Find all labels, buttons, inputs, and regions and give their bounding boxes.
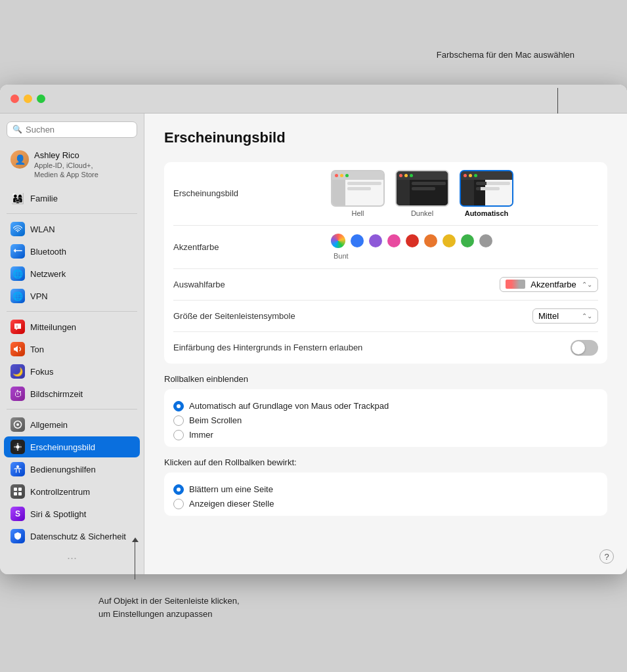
close-button[interactable]	[11, 94, 19, 103]
appearance-name-dunkel: Dunkel	[411, 209, 433, 217]
search-input[interactable]	[26, 125, 136, 135]
siri-icon: S	[11, 507, 25, 521]
radio-anzeigen[interactable]: Anzeigen dieser Stelle	[173, 499, 598, 509]
annotation-arrow-bottom	[135, 540, 135, 579]
svg-point-2	[16, 423, 19, 426]
annotation-top: Farbschema für den Mac auswählen	[437, 49, 574, 62]
fokus-icon: 🌙	[11, 364, 25, 379]
radio-circle-immer	[173, 430, 184, 440]
swatch-orange[interactable]	[424, 234, 437, 247]
sidebar-item-mitteilungen[interactable]: ! Mitteilungen	[4, 316, 140, 337]
help-button[interactable]: ?	[599, 549, 614, 564]
appearance-name-automatisch: Automatisch	[465, 209, 509, 217]
auswahlfarbe-label: Auswahlfarbe	[173, 280, 331, 289]
svg-rect-9	[18, 492, 22, 495]
sidebar-item-datenschutz[interactable]: Datenschutz & Sicherheit	[4, 526, 140, 547]
minimize-button[interactable]	[24, 94, 32, 103]
sidebar-item-label-allgemein: Allgemein	[30, 420, 68, 430]
datenschutz-icon	[11, 529, 25, 543]
appearance-control: Hell	[331, 170, 598, 217]
page-title: Erscheinungsbild	[164, 129, 607, 146]
sidebar-item-netzwerk[interactable]: 🌐 Netzwerk	[4, 263, 140, 284]
erscheinungsbild-icon	[11, 440, 25, 454]
sidebar-item-familie[interactable]: 👨‍👩‍👧 Familie	[4, 188, 140, 209]
sidebar-item-bluetooth[interactable]: ⭠ Bluetooth	[4, 241, 140, 262]
sidebar-item-vpn[interactable]: 🌐 VPN	[4, 285, 140, 306]
swatch-grau[interactable]	[479, 234, 492, 247]
wlan-icon	[11, 222, 25, 236]
radio-scrollen[interactable]: Beim Scrollen	[173, 415, 598, 426]
hintergrund-toggle[interactable]	[571, 340, 598, 356]
sidebar-item-wlan[interactable]: WLAN	[4, 219, 140, 240]
appearance-option-dunkel[interactable]: Dunkel	[395, 170, 449, 217]
allgemein-icon	[11, 417, 25, 432]
appearance-option-hell[interactable]: Hell	[331, 170, 385, 217]
swatch-bunt-label: Bunt	[334, 252, 349, 260]
search-bar[interactable]: 🔍	[7, 121, 137, 138]
avatar: 👤	[11, 150, 29, 169]
sidebar-item-label-fokus: Fokus	[30, 367, 53, 377]
swatch-gelb[interactable]	[443, 234, 456, 247]
sidebar-item-label-datenschutz: Datenschutz & Sicherheit	[30, 532, 126, 541]
sidebar-item-ton[interactable]: Ton	[4, 339, 140, 360]
auswahlfarbe-preview	[506, 280, 525, 289]
divider-1	[7, 213, 137, 214]
sidebar-item-allgemein[interactable]: Allgemein	[4, 414, 140, 435]
radio-label-scrollen: Beim Scrollen	[189, 415, 242, 425]
svg-point-4	[16, 446, 20, 449]
radio-label-immer: Immer	[189, 430, 213, 440]
rollbalken-klick-radio-group: Blättern um eine Seite Anzeigen dieser S…	[173, 484, 598, 509]
more-items-hint: ···	[0, 547, 144, 569]
auswahlfarbe-value: Akzentfarbe	[530, 280, 576, 289]
chevron-down-icon: ⌃⌄	[582, 281, 592, 288]
swatch-lila[interactable]	[369, 234, 382, 247]
seitenleisten-select[interactable]: Mittel ⌃⌄	[532, 308, 598, 324]
radio-circle-anzeigen	[173, 499, 184, 509]
svg-rect-6	[14, 488, 17, 491]
sidebar-item-bildschirmzeit[interactable]: ⏱ Bildschirmzeit	[4, 383, 140, 404]
radio-automatisch[interactable]: Automatisch auf Grundlage von Maus oder …	[173, 401, 598, 411]
mitteilungen-icon: !	[11, 320, 25, 334]
traffic-lights	[11, 94, 45, 103]
seitenleisten-value: Mittel	[538, 311, 559, 321]
appearance-option-automatisch[interactable]: Automatisch	[460, 170, 513, 217]
hintergrund-row: Einfärbung des Hintergrunds in Fenstern …	[173, 332, 598, 364]
rollbalken-klick-header: Klicken auf den Rollbalken bewirkt:	[164, 457, 607, 467]
sidebar-item-label-siri: Siri & Spotlight	[30, 509, 86, 519]
sidebar-item-kontrollzentrum[interactable]: Kontrollzentrum	[4, 481, 140, 502]
sidebar-item-bedienungshilfen[interactable]: Bedienungshilfen	[4, 459, 140, 480]
akzentfarbe-control: Bunt	[331, 234, 598, 261]
appearance-row: Erscheinungsbild	[173, 162, 598, 226]
familie-icon: 👨‍👩‍👧	[11, 191, 25, 205]
netzwerk-icon: 🌐	[11, 266, 25, 281]
bildschirmzeit-icon: ⏱	[11, 387, 25, 401]
sidebar-item-user[interactable]: 👤 Ashley Rico Apple-ID, iCloud+,Medien &…	[4, 145, 140, 185]
chevron-down-icon-2: ⌃⌄	[582, 312, 592, 320]
radio-label-anzeigen: Anzeigen dieser Stelle	[189, 499, 274, 509]
user-subtitle: Apple-ID, iCloud+,Medien & App Store	[34, 161, 98, 180]
akzentfarbe-row: Akzentfarbe	[173, 226, 598, 269]
sidebar-item-label-bildschirmzeit: Bildschirmzeit	[30, 389, 83, 399]
svg-text:!: !	[16, 325, 18, 329]
bluetooth-icon: ⭠	[11, 244, 25, 259]
radio-immer[interactable]: Immer	[173, 430, 598, 440]
swatch-gruen[interactable]	[461, 234, 474, 247]
sidebar-item-fokus[interactable]: 🌙 Fokus	[4, 361, 140, 382]
vpn-icon: 🌐	[11, 289, 25, 303]
swatch-rot[interactable]	[406, 234, 419, 247]
bedienungshilfen-icon	[11, 462, 25, 476]
swatch-pink[interactable]	[387, 234, 400, 247]
annotation-top-text: Farbschema für den Mac auswählen	[437, 50, 574, 60]
swatch-bunt[interactable]	[331, 234, 345, 248]
radio-blaettern[interactable]: Blättern um eine Seite	[173, 484, 598, 495]
color-swatches: Bunt	[331, 234, 492, 261]
auswahlfarbe-select[interactable]: Akzentfarbe ⌃⌄	[500, 277, 598, 292]
appearance-name-hell: Hell	[352, 209, 364, 217]
sidebar-item-label-netzwerk: Netzwerk	[30, 269, 66, 279]
rollbalken-radio-group: Automatisch auf Grundlage von Maus oder …	[173, 401, 598, 440]
sidebar-item-erscheinungsbild[interactable]: Erscheinungsbild	[4, 436, 140, 457]
maximize-button[interactable]	[37, 94, 45, 103]
swatch-blau[interactable]	[351, 234, 364, 247]
hintergrund-label: Einfärbung des Hintergrunds in Fenstern …	[173, 343, 571, 352]
sidebar-item-siri[interactable]: S Siri & Spotlight	[4, 503, 140, 524]
